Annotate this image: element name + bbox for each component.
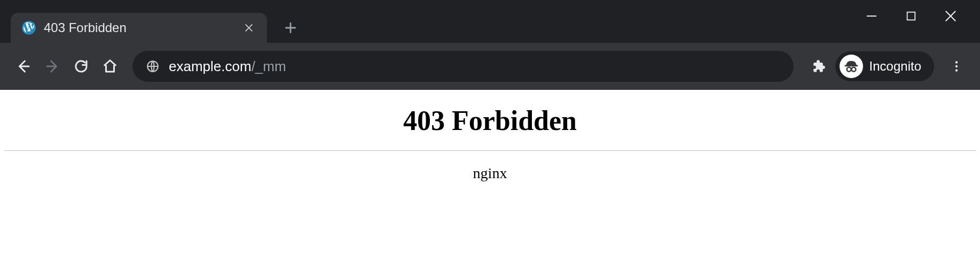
maximize-button[interactable]: [904, 9, 918, 23]
close-tab-icon[interactable]: [241, 20, 256, 35]
incognito-label: Incognito: [869, 59, 921, 74]
url-path: /_mm: [252, 58, 286, 74]
url-text: example.com/_mm: [169, 58, 781, 75]
url-domain: example.com: [169, 58, 252, 74]
globe-icon: [145, 59, 160, 74]
menu-button[interactable]: [945, 55, 968, 78]
incognito-chip[interactable]: Incognito: [835, 51, 934, 81]
home-button[interactable]: [98, 55, 122, 78]
back-button[interactable]: [12, 55, 35, 78]
forward-button[interactable]: [41, 55, 64, 78]
address-bar[interactable]: example.com/_mm: [132, 51, 794, 82]
svg-rect-1: [907, 12, 915, 20]
wordpress-icon: [21, 20, 36, 35]
svg-point-4: [846, 67, 851, 72]
divider: [4, 150, 976, 151]
page-content: 403 Forbidden nginx: [0, 90, 980, 268]
tab-title: 403 Forbidden: [44, 20, 234, 35]
incognito-icon: [840, 55, 863, 78]
window-controls: [865, 0, 980, 32]
error-heading: 403 Forbidden: [0, 105, 980, 136]
browser-chrome: 403 Forbidden: [0, 0, 980, 90]
svg-rect-3: [844, 65, 858, 67]
browser-tab[interactable]: 403 Forbidden: [11, 13, 267, 43]
svg-point-5: [851, 67, 856, 72]
reload-button[interactable]: [69, 55, 93, 78]
tab-strip: 403 Forbidden: [0, 0, 302, 43]
minimize-button[interactable]: [865, 9, 879, 23]
toolbar: example.com/_mm Incognito: [0, 43, 980, 90]
close-window-button[interactable]: [944, 9, 958, 23]
extensions-button[interactable]: [806, 55, 830, 78]
new-tab-button[interactable]: [279, 16, 302, 40]
svg-point-7: [955, 65, 958, 67]
svg-point-6: [955, 61, 958, 63]
titlebar: 403 Forbidden: [0, 0, 980, 43]
svg-point-8: [955, 69, 958, 71]
server-signature: nginx: [0, 165, 980, 182]
